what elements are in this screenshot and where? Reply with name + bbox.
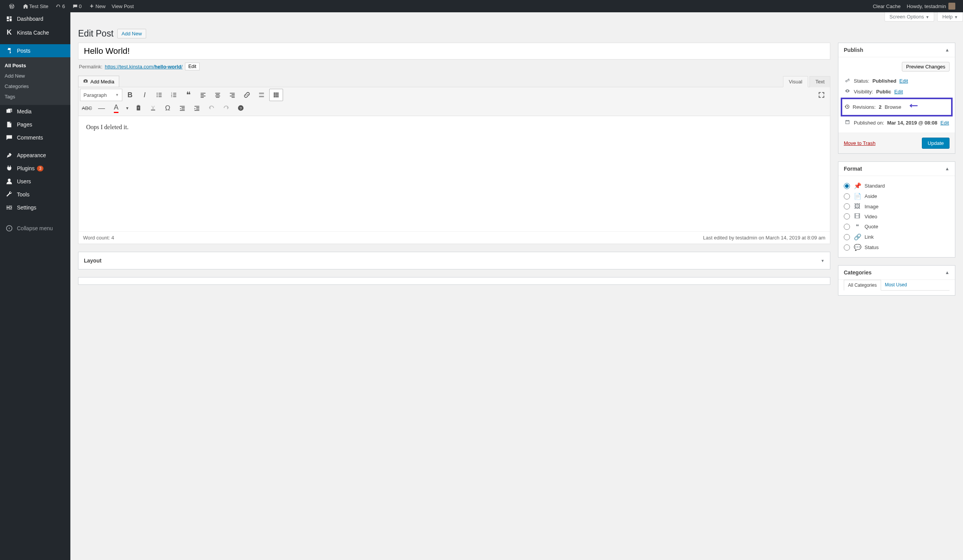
eye-icon: [844, 88, 851, 95]
collapse-menu[interactable]: Collapse menu: [0, 222, 70, 235]
svg-rect-16: [201, 96, 206, 96]
submenu-add-new[interactable]: Add New: [0, 71, 70, 81]
help-tab[interactable]: Help▼: [937, 12, 963, 22]
strikethrough-button[interactable]: ABC: [80, 102, 94, 114]
menu-media[interactable]: Media: [0, 105, 70, 118]
preview-button[interactable]: Preview Changes: [902, 62, 950, 71]
menu-settings[interactable]: Settings: [0, 201, 70, 214]
visual-tab[interactable]: Visual: [783, 76, 808, 87]
clear-cache-link[interactable]: Clear Cache: [870, 0, 903, 12]
format-link-radio[interactable]: [844, 234, 850, 240]
link-icon: 🔗: [854, 233, 861, 241]
svg-rect-34: [277, 94, 279, 96]
menu-dashboard[interactable]: Dashboard: [0, 12, 70, 25]
undo-button[interactable]: [205, 102, 218, 114]
format-quote-radio[interactable]: [844, 224, 850, 230]
settings-icon: [5, 204, 14, 211]
menu-comments[interactable]: Comments: [0, 131, 70, 144]
svg-point-2: [157, 93, 158, 94]
quote-icon: ❝: [854, 223, 861, 230]
howdy-link[interactable]: Howdy, testadmin: [904, 0, 958, 12]
svg-rect-31: [277, 93, 279, 94]
svg-rect-17: [201, 97, 204, 98]
updates-link[interactable]: 6: [52, 0, 68, 12]
format-header[interactable]: Format▲: [838, 162, 955, 176]
screen-options-tab[interactable]: Screen Options▼: [885, 12, 935, 22]
svg-text:?: ?: [240, 106, 242, 110]
browse-revisions-link[interactable]: Browse: [885, 104, 901, 110]
publish-header[interactable]: Publish▲: [838, 43, 955, 57]
status-edit-link[interactable]: Edit: [900, 78, 908, 84]
hr-button[interactable]: —: [95, 102, 108, 114]
readmore-button[interactable]: [255, 89, 268, 101]
permalink-edit-button[interactable]: Edit: [185, 63, 200, 70]
outdent-button[interactable]: [175, 102, 189, 114]
visibility-edit-link[interactable]: Edit: [894, 89, 903, 95]
trash-link[interactable]: Move to Trash: [844, 140, 875, 146]
submenu-categories[interactable]: Categories: [0, 81, 70, 91]
align-center-button[interactable]: [211, 89, 225, 101]
revisions-highlight: Revisions: 2 Browse: [841, 98, 953, 116]
format-standard-radio[interactable]: [844, 183, 850, 189]
comments-link[interactable]: 0: [68, 0, 85, 12]
quote-button[interactable]: ❝: [182, 89, 195, 101]
format-aside-radio[interactable]: [844, 193, 850, 199]
content-editor[interactable]: Oops I deleted it.: [78, 116, 830, 231]
align-left-button[interactable]: [196, 89, 210, 101]
format-status-radio[interactable]: [844, 244, 850, 251]
pin-icon: [5, 47, 14, 54]
post-title-input[interactable]: [78, 43, 830, 60]
paste-text-button[interactable]: T: [132, 102, 145, 114]
most-used-tab[interactable]: Most Used: [881, 280, 911, 291]
layout-postbox[interactable]: Layout ▼: [78, 252, 830, 269]
number-list-button[interactable]: 123: [167, 89, 181, 101]
textcolor-button[interactable]: A: [109, 102, 123, 114]
text-tab[interactable]: Text: [810, 76, 830, 87]
svg-rect-19: [216, 94, 220, 95]
site-link[interactable]: Test Site: [18, 0, 52, 12]
fullscreen-button[interactable]: [815, 89, 828, 101]
wordpress-logo-icon[interactable]: [5, 0, 18, 12]
categories-header[interactable]: Categories▲: [838, 266, 955, 280]
textcolor-dropdown[interactable]: ▼: [124, 102, 131, 114]
empty-postbox: [78, 277, 830, 285]
word-count: Word count: 4: [83, 235, 114, 241]
svg-rect-22: [230, 93, 235, 94]
new-link[interactable]: +New: [85, 0, 108, 12]
bold-button[interactable]: B: [123, 89, 137, 101]
submenu-all-posts[interactable]: All Posts: [0, 60, 70, 71]
align-right-button[interactable]: [225, 89, 239, 101]
permalink-link[interactable]: https://test.kinsta.com/hello-world/: [105, 64, 182, 70]
clear-format-button[interactable]: [146, 102, 160, 114]
bullet-list-button[interactable]: [152, 89, 166, 101]
menu-users[interactable]: Users: [0, 175, 70, 188]
redo-button[interactable]: [219, 102, 233, 114]
italic-button[interactable]: I: [138, 89, 152, 101]
submenu-tags[interactable]: Tags: [0, 91, 70, 102]
format-select[interactable]: Paragraph: [80, 89, 122, 101]
special-char-button[interactable]: Ω: [161, 102, 175, 114]
all-categories-tab[interactable]: All Categories: [844, 280, 881, 291]
add-new-button[interactable]: Add New: [117, 29, 146, 38]
format-box: Format▲ 📌Standard 📄Aside 🖼Image 🎞Video ❝…: [838, 161, 955, 258]
menu-posts[interactable]: Posts: [0, 44, 70, 57]
add-media-button[interactable]: Add Media: [78, 76, 119, 87]
menu-plugins[interactable]: Plugins3: [0, 162, 70, 175]
help-button[interactable]: ?: [234, 102, 248, 114]
svg-rect-27: [259, 95, 264, 95]
menu-appearance[interactable]: Appearance: [0, 149, 70, 162]
menu-pages[interactable]: Pages: [0, 118, 70, 131]
svg-rect-44: [180, 110, 185, 111]
update-button[interactable]: Update: [922, 138, 950, 149]
format-image-radio[interactable]: [844, 203, 850, 209]
kitchen-sink-button[interactable]: [269, 89, 283, 101]
link-button[interactable]: [240, 89, 254, 101]
svg-rect-23: [232, 94, 235, 95]
video-icon: 🎞: [854, 213, 861, 220]
format-video-radio[interactable]: [844, 213, 850, 219]
view-post-link[interactable]: View Post: [108, 0, 137, 12]
date-edit-link[interactable]: Edit: [940, 120, 949, 126]
indent-button[interactable]: [190, 102, 204, 114]
menu-tools[interactable]: Tools: [0, 188, 70, 201]
menu-kinsta[interactable]: KKinsta Cache: [0, 25, 70, 40]
